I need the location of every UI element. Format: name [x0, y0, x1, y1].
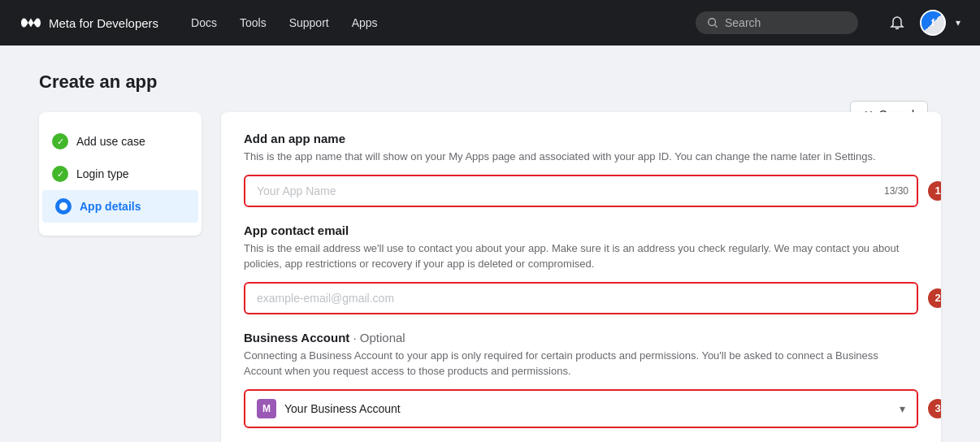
search-input[interactable]	[725, 16, 839, 29]
app-name-section: Add an app name This is the app name tha…	[244, 132, 918, 207]
app-name-title: Add an app name	[244, 132, 918, 145]
business-account-section: Business Account · Optional Connecting a…	[244, 331, 918, 428]
contact-email-desc: This is the email address we'll use to c…	[244, 240, 918, 272]
nav-support[interactable]: Support	[289, 16, 329, 29]
content-area: Add an app name This is the app name tha…	[221, 112, 941, 442]
meta-logo-icon	[20, 16, 42, 29]
nav-tools[interactable]: Tools	[240, 16, 267, 29]
sidebar-label-add-use-case: Add use case	[76, 135, 145, 148]
main-layout: ✓ Add use case ✓ Login type App details …	[39, 112, 941, 442]
optional-label: · Optional	[353, 331, 405, 344]
navbar-logo-text: Meta for Developers	[49, 16, 158, 30]
search-icon	[707, 17, 718, 28]
app-name-input-wrapper: 13/30 1	[244, 175, 918, 207]
nav-apps[interactable]: Apps	[352, 16, 378, 29]
contact-email-section: App contact email This is the email addr…	[244, 223, 918, 314]
contact-email-title: App contact email	[244, 223, 918, 237]
search-bar[interactable]	[696, 11, 858, 34]
business-account-text: Your Business Account	[284, 402, 891, 415]
annotation-3: 3	[928, 399, 941, 418]
app-name-input[interactable]	[244, 175, 918, 207]
sidebar: ✓ Add use case ✓ Login type App details	[39, 112, 202, 236]
sidebar-label-login-type: Login type	[76, 167, 129, 180]
navbar-logo: Meta for Developers	[20, 16, 158, 30]
navbar: Meta for Developers Docs Tools Support A…	[0, 0, 980, 46]
nav-icons: f ▾	[884, 10, 960, 36]
check-icon-login-type: ✓	[52, 166, 68, 182]
sidebar-item-app-details[interactable]: App details	[42, 190, 198, 223]
business-account-dropdown[interactable]: M Your Business Account ▾	[244, 389, 918, 428]
business-account-title: Business Account · Optional	[244, 331, 918, 344]
nav-docs[interactable]: Docs	[191, 16, 217, 29]
annotation-1: 1	[928, 181, 941, 201]
dropdown-chevron-icon: ▾	[900, 402, 905, 415]
business-account-avatar: M	[257, 399, 276, 418]
content-inner: Add an app name This is the app name tha…	[221, 112, 941, 442]
page-title: Create an app	[39, 72, 941, 93]
annotation-2: 2	[928, 288, 941, 308]
bell-icon[interactable]	[884, 10, 910, 36]
active-icon-app-details	[55, 198, 72, 214]
app-name-desc: This is the app name that will show on y…	[244, 149, 918, 165]
app-name-char-count: 13/30	[884, 185, 908, 197]
business-account-dropdown-wrapper: M Your Business Account ▾ 3	[244, 389, 918, 428]
contact-email-input[interactable]	[244, 282, 918, 314]
sidebar-item-login-type[interactable]: ✓ Login type	[39, 158, 202, 190]
check-icon-add-use-case: ✓	[52, 133, 68, 150]
sidebar-label-app-details: App details	[80, 200, 141, 213]
business-account-desc: Connecting a Business Account to your ap…	[244, 348, 918, 379]
navbar-links: Docs Tools Support Apps	[191, 16, 378, 29]
sidebar-item-add-use-case[interactable]: ✓ Add use case	[39, 125, 202, 158]
chevron-down-icon[interactable]: ▾	[956, 17, 960, 28]
contact-email-input-wrapper: 2	[244, 282, 918, 314]
avatar[interactable]: f	[920, 10, 946, 36]
